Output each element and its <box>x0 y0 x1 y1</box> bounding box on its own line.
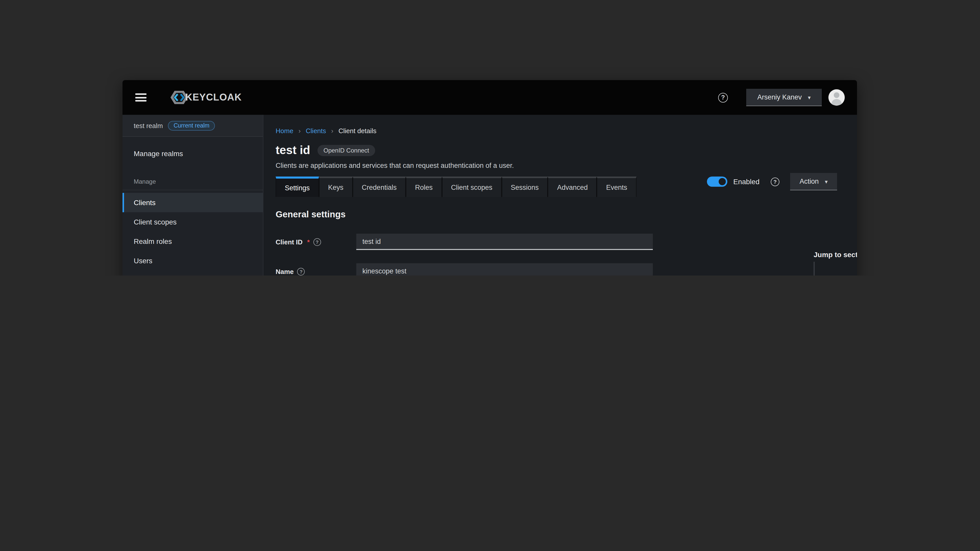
action-dropdown-button[interactable]: Action <box>790 173 837 190</box>
main-content: Home Clients Client details test id Open… <box>263 115 857 275</box>
app-body: test realm Current realm Manage realms M… <box>123 115 857 275</box>
jump-rail <box>814 262 815 275</box>
sidebar-item-clients[interactable]: Clients <box>123 193 263 212</box>
client-id-row: Client ID * <box>275 233 665 250</box>
page-title-row: test id OpenID Connect <box>275 143 857 157</box>
brand-text: KEYCLOAK <box>185 92 242 103</box>
breadcrumb-home[interactable]: Home <box>275 127 306 135</box>
jump-item-general-settings[interactable]: General settings <box>814 275 857 275</box>
masthead-right: Arseniy Kanev <box>718 89 845 106</box>
breadcrumb-clients[interactable]: Clients <box>306 127 339 135</box>
page-title: test id <box>275 143 310 157</box>
sidebar: test realm Current realm Manage realms M… <box>123 115 263 275</box>
jump-title: Jump to section <box>814 251 857 259</box>
name-input[interactable] <box>356 263 653 275</box>
jump-to-section-panel: Jump to section General settings Access … <box>814 251 857 275</box>
tab-settings[interactable]: Settings <box>275 176 319 197</box>
current-realm-badge: Current realm <box>168 121 215 130</box>
enabled-help-icon[interactable] <box>771 177 780 186</box>
chevron-down-icon <box>808 94 811 101</box>
sidebar-item-users[interactable]: Users <box>123 251 263 270</box>
avatar[interactable] <box>829 89 845 106</box>
sidebar-manage-list: Clients Client scopes Realm roles Users … <box>123 193 263 275</box>
chevron-down-icon <box>825 178 828 185</box>
tab-sessions[interactable]: Sessions <box>501 176 548 197</box>
sidebar-item-manage-realms[interactable]: Manage realms <box>123 144 263 163</box>
name-help-icon[interactable] <box>298 268 305 275</box>
page-meta: Enabled Action <box>707 173 837 190</box>
tab-advanced[interactable]: Advanced <box>548 176 597 197</box>
name-label: Name <box>275 268 356 275</box>
hamburger-menu-icon[interactable] <box>135 94 146 102</box>
client-id-label: Client ID * <box>275 238 356 246</box>
screen: KEYCLOAK Arseniy Kanev test realm Curren… <box>0 0 980 275</box>
breadcrumb: Home Clients Client details <box>275 127 857 135</box>
tab-credentials[interactable]: Credentials <box>353 176 406 197</box>
realm-name: test realm <box>134 122 163 129</box>
tab-client-scopes[interactable]: Client scopes <box>442 176 501 197</box>
user-menu-button[interactable]: Arseniy Kanev <box>746 89 822 106</box>
enabled-label: Enabled <box>733 178 759 186</box>
breadcrumb-current: Client details <box>339 127 376 135</box>
client-id-input[interactable] <box>356 233 653 250</box>
required-asterisk: * <box>307 238 310 246</box>
general-settings-heading: General settings <box>275 209 665 221</box>
help-icon[interactable] <box>718 93 728 102</box>
realm-selector[interactable]: test realm Current realm <box>123 115 263 137</box>
client-id-help-icon[interactable] <box>313 238 321 246</box>
masthead: KEYCLOAK Arseniy Kanev <box>123 80 857 115</box>
tab-events[interactable]: Events <box>597 176 636 197</box>
page-subtitle: Clients are applications and services th… <box>275 162 857 169</box>
name-row: Name <box>275 263 665 275</box>
enabled-toggle[interactable] <box>707 176 727 187</box>
sidebar-group-manage: Manage <box>123 178 263 190</box>
user-name: Arseniy Kanev <box>757 94 802 101</box>
keycloak-logo: KEYCLOAK <box>170 89 242 106</box>
sidebar-item-groups[interactable]: Groups <box>123 270 263 275</box>
jump-list: General settings Access settings Capabil… <box>814 275 857 275</box>
tab-keys[interactable]: Keys <box>319 176 353 197</box>
tab-roles[interactable]: Roles <box>406 176 442 197</box>
sidebar-item-realm-roles[interactable]: Realm roles <box>123 232 263 251</box>
settings-form: General settings Client ID * Name <box>275 209 665 275</box>
sidebar-item-client-scopes[interactable]: Client scopes <box>123 212 263 232</box>
keycloak-admin-window: KEYCLOAK Arseniy Kanev test realm Curren… <box>123 80 857 275</box>
protocol-badge: OpenID Connect <box>317 144 375 156</box>
